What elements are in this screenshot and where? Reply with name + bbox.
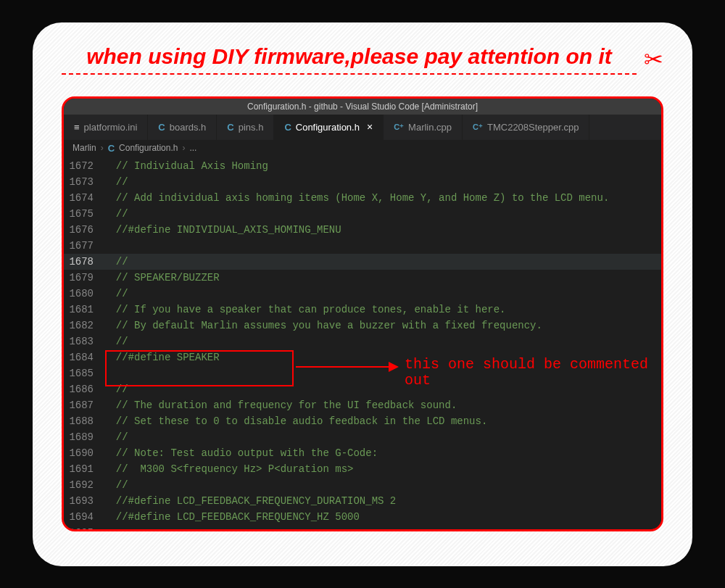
line-number: 1675 [64, 206, 104, 222]
code-line: 1695 [64, 525, 661, 531]
code-text: // Individual Axis Homing [104, 158, 661, 174]
code-text: // Add individual axis homing items (Hom… [104, 190, 661, 206]
code-text [104, 525, 661, 531]
cpp-file-icon: C⁺ [394, 123, 404, 132]
tab-pins-h[interactable]: Cpins.h [217, 115, 274, 140]
line-number: 1695 [64, 525, 104, 531]
code-text: // By default Marlin assumes you have a … [104, 318, 661, 334]
line-number: 1688 [64, 413, 104, 429]
code-line: 1680 // [64, 286, 661, 302]
tab-label: Configuration.h [296, 122, 360, 133]
c-file-icon: C [284, 122, 291, 133]
tab-label: TMC2208Stepper.cpp [487, 122, 579, 133]
code-text: // [104, 286, 661, 302]
code-line: 1691 // M300 S<frequency Hz> P<duration … [64, 461, 661, 477]
code-text: // [104, 381, 661, 397]
code-line: 1690 // Note: Test audio output with the… [64, 445, 661, 461]
code-line: 1679 // SPEAKER/BUZZER [64, 270, 661, 286]
code-line: 1673 // [64, 174, 661, 190]
close-icon[interactable]: × [367, 121, 373, 133]
c-file-icon: C [108, 143, 115, 154]
tab-label: platformio.ini [84, 122, 138, 133]
breadcrumb-file: Configuration.h [119, 143, 178, 153]
line-number: 1690 [64, 445, 104, 461]
chevron-right-icon: › [182, 143, 185, 153]
code-text: // Note: Test audio output with the G-Co… [104, 445, 661, 461]
tab-label: Marlin.cpp [408, 122, 452, 133]
line-number: 1682 [64, 318, 104, 334]
line-number: 1692 [64, 477, 104, 493]
code-line: 1674 // Add individual axis homing items… [64, 190, 661, 206]
line-number: 1691 [64, 461, 104, 477]
line-number: 1684 [64, 349, 104, 365]
document-card: when using DIY firmware,please pay atten… [33, 22, 692, 566]
scissors-icon: ✂ [644, 48, 663, 71]
line-number: 1694 [64, 509, 104, 525]
line-number: 1689 [64, 429, 104, 445]
editor-frame: Configuration.h - github - Visual Studio… [62, 96, 663, 531]
code-line: 1676 //#define INDIVIDUAL_AXIS_HOMING_ME… [64, 222, 661, 238]
c-file-icon: C [158, 122, 165, 133]
tab-boards-h[interactable]: Cboards.h [148, 115, 217, 140]
headline-text: when using DIY firmware,please pay atten… [62, 44, 637, 75]
tab-Marlin-cpp[interactable]: C⁺Marlin.cpp [384, 115, 463, 140]
line-number: 1673 [64, 174, 104, 190]
line-number: 1674 [64, 190, 104, 206]
code-text [104, 238, 661, 254]
line-number: 1686 [64, 381, 104, 397]
breadcrumb-root: Marlin [72, 143, 96, 153]
code-line: 1689 // [64, 429, 661, 445]
code-line: 1688 // Set these to 0 to disable audio … [64, 413, 661, 429]
tab-bar: ≡platformio.iniCboards.hCpins.hCConfigur… [64, 115, 661, 140]
code-line: 1686 // [64, 381, 661, 397]
line-number: 1685 [64, 365, 104, 381]
line-number: 1678 [64, 254, 104, 270]
code-line: 1694 //#define LCD_FEEDBACK_FREQUENCY_HZ… [64, 509, 661, 525]
code-text: // Set these to 0 to disable audio feedb… [104, 413, 661, 429]
code-text: //#define LCD_FEEDBACK_FREQUENCY_DURATIO… [104, 493, 661, 509]
code-line: 1684 //#define SPEAKER [64, 349, 661, 365]
line-number: 1677 [64, 238, 104, 254]
line-number: 1687 [64, 397, 104, 413]
line-number: 1693 [64, 493, 104, 509]
line-number: 1679 [64, 270, 104, 286]
tab-label: pins.h [239, 122, 264, 133]
code-text: // The duration and frequency for the UI… [104, 397, 661, 413]
code-text: // [104, 206, 661, 222]
code-text: // [104, 334, 661, 349]
chevron-right-icon: › [101, 143, 104, 153]
code-line: 1677 [64, 238, 661, 254]
code-editor[interactable]: this one should be commented out 1672 //… [64, 157, 661, 531]
code-text: // SPEAKER/BUZZER [104, 270, 661, 286]
line-number: 1672 [64, 158, 104, 174]
line-number: 1683 [64, 334, 104, 349]
tab-TMC2208Stepper-cpp[interactable]: C⁺TMC2208Stepper.cpp [463, 115, 589, 140]
code-line: 1682 // By default Marlin assumes you ha… [64, 318, 661, 334]
code-line: 1683 // [64, 334, 661, 349]
line-number: 1676 [64, 222, 104, 238]
code-line: 1687 // The duration and frequency for t… [64, 397, 661, 413]
code-line: 1692 // [64, 477, 661, 493]
tab-Configuration-h[interactable]: CConfiguration.h× [274, 115, 384, 140]
headline-row: when using DIY firmware,please pay atten… [62, 44, 663, 75]
line-number: 1681 [64, 302, 104, 318]
code-text: // If you have a speaker that can produc… [104, 302, 661, 318]
window-title: Configuration.h - github - Visual Studio… [64, 99, 661, 115]
code-line: 1672 // Individual Axis Homing [64, 158, 661, 174]
code-text: //#define LCD_FEEDBACK_FREQUENCY_HZ 5000 [104, 509, 661, 525]
code-line: 1678 // [64, 254, 661, 270]
code-line: 1685 [64, 365, 661, 381]
breadcrumb-more: ... [189, 143, 196, 153]
code-text: // [104, 254, 661, 270]
code-text: // [104, 477, 661, 493]
ini-file-icon: ≡ [74, 122, 80, 133]
breadcrumb[interactable]: Marlin › C Configuration.h › ... [64, 140, 661, 157]
code-line: 1681 // If you have a speaker that can p… [64, 302, 661, 318]
code-text: //#define SPEAKER [104, 349, 661, 365]
code-text: // [104, 174, 661, 190]
c-file-icon: C [227, 122, 233, 133]
code-line: 1693 //#define LCD_FEEDBACK_FREQUENCY_DU… [64, 493, 661, 509]
code-text: // M300 S<frequency Hz> P<duration ms> [104, 461, 661, 477]
tab-platformio-ini[interactable]: ≡platformio.ini [64, 115, 148, 140]
code-text: // [104, 429, 661, 445]
